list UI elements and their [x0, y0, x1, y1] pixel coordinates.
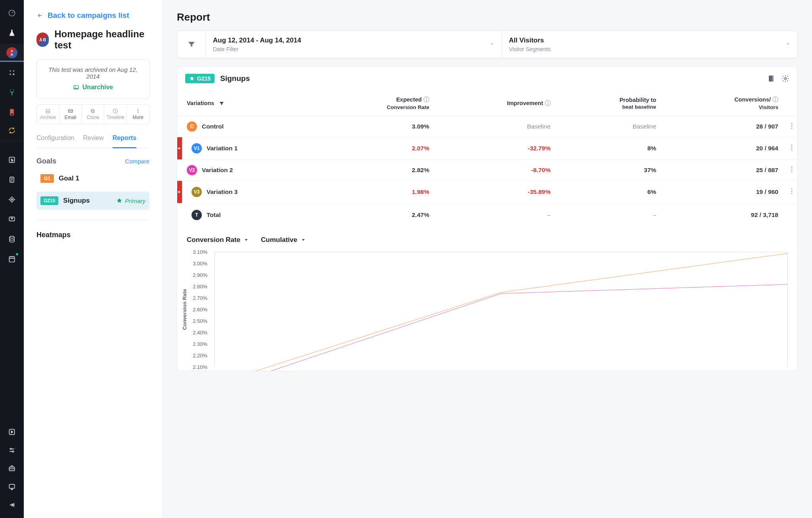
svg-point-1 [10, 70, 11, 72]
back-link-label: Back to campaigns list [48, 11, 129, 20]
notebook-button[interactable] [767, 75, 775, 82]
nav-targeting[interactable] [0, 190, 24, 209]
nav-play[interactable] [0, 423, 24, 441]
caret-down-icon [243, 237, 249, 243]
svg-point-2 [13, 70, 14, 72]
svg-rect-22 [92, 110, 94, 113]
svg-point-33 [791, 144, 792, 146]
y-tick: 2.30% [193, 341, 207, 347]
cell-probability: 6% [555, 181, 661, 203]
toolbar-more-label: More [132, 115, 143, 120]
device-out-icon [8, 483, 16, 491]
row-menu-button[interactable] [783, 116, 797, 137]
back-to-campaigns-link[interactable]: Back to campaigns list [36, 11, 149, 20]
chart-metric-select[interactable]: Conversion Rate [187, 236, 249, 244]
cell-rate: 2.47% [315, 203, 434, 227]
nav-settings-sliders[interactable] [0, 441, 24, 459]
cell-conversions: 28 / 907 [661, 116, 783, 137]
inbox-icon [44, 108, 52, 114]
apps-icon [8, 69, 16, 77]
tab-configuration[interactable]: Configuration [36, 134, 74, 148]
svg-point-37 [791, 169, 792, 170]
history-icon [112, 108, 119, 114]
row-menu-button[interactable] [783, 181, 797, 203]
split-icon [8, 88, 16, 96]
flask-icon [8, 29, 16, 37]
svg-rect-21 [68, 110, 73, 113]
row-menu-button[interactable] [783, 137, 797, 160]
row-menu-button[interactable] [783, 160, 797, 181]
nav-briefcase[interactable] [0, 459, 24, 478]
nav-calendar[interactable] [0, 250, 24, 268]
goal-item-g1[interactable]: G1 Goal 1 [36, 169, 149, 188]
star-icon [116, 198, 123, 204]
nav-apps[interactable] [0, 63, 24, 82]
archive-button[interactable]: Archive [37, 105, 59, 124]
nav-ab-tests[interactable]: AB [0, 44, 24, 62]
cell-improvement: Baseline [434, 116, 555, 137]
tab-review[interactable]: Review [83, 134, 103, 148]
goals-heading: Goals [36, 157, 56, 165]
dots-vertical-icon [791, 188, 793, 194]
variation-name: Variation 3 [207, 188, 237, 196]
y-tick: 2.90% [193, 272, 207, 278]
nav-collapse[interactable] [0, 496, 24, 514]
col-variations[interactable]: Variations [177, 90, 315, 116]
email-button[interactable]: Email [59, 105, 82, 124]
cell-probability: – [555, 203, 661, 227]
timeline-button[interactable]: Timeline [104, 105, 127, 124]
nav-surveys[interactable] [0, 171, 24, 189]
dots-vertical-icon [791, 166, 793, 173]
date-filter[interactable]: Aug 12, 2014 - Aug 14, 2014 Date Filter [206, 31, 502, 58]
panel-title: Signups [220, 74, 250, 83]
goal-item-g215[interactable]: G215 Signups Primary [36, 192, 149, 210]
chart-mode-select[interactable]: Cumulative [261, 236, 306, 244]
segment-filter-value: All Visitors [509, 36, 791, 44]
panel-settings-button[interactable] [781, 75, 789, 82]
nav-import[interactable] [0, 210, 24, 228]
svg-point-35 [791, 149, 792, 150]
sidebar: Back to campaigns list A B Homepage head… [24, 0, 163, 518]
goal-badge: G215 [40, 196, 58, 205]
monitor-up-icon [8, 215, 16, 223]
table-row: V3Variation 3 1.98% -35.89% 6% 19 / 960 [177, 181, 797, 203]
clone-button[interactable]: Clone [82, 105, 105, 124]
nav-dashboard[interactable] [0, 4, 24, 22]
nav-observations[interactable] [0, 151, 24, 169]
ab-icon: AB [6, 47, 17, 58]
arrow-left-icon [36, 13, 44, 18]
nav-mobile[interactable] [0, 103, 24, 121]
svg-point-4 [13, 73, 14, 75]
nav-hypotheses[interactable] [0, 24, 24, 42]
svg-point-20 [75, 86, 76, 87]
goal-chip: G215 [185, 74, 214, 83]
variation-name: Control [202, 123, 224, 130]
filter-indicator [177, 31, 206, 58]
nav-deploy[interactable] [0, 123, 24, 141]
svg-point-9 [10, 198, 14, 201]
dots-vertical-icon [791, 144, 793, 151]
nav-split[interactable] [0, 83, 24, 102]
segment-filter[interactable]: All Visitors Visitor Segments [502, 31, 798, 58]
goal-chip-label: G215 [197, 75, 211, 82]
svg-point-38 [791, 171, 792, 172]
cell-improvement: -32.79% [434, 137, 555, 160]
unarchive-button[interactable]: Unarchive [73, 84, 113, 91]
compare-link[interactable]: Compare [125, 158, 149, 165]
tab-reports[interactable]: Reports [113, 134, 136, 148]
y-tick: 2.10% [193, 364, 207, 370]
goal-name: Goal 1 [59, 175, 79, 182]
mail-icon [67, 108, 74, 114]
nav-export[interactable] [0, 478, 24, 496]
database-icon [8, 235, 16, 243]
svg-point-16 [12, 451, 13, 452]
goal-badge: G1 [40, 174, 54, 183]
cell-rate: 3.09% [315, 116, 434, 137]
more-button[interactable]: More [127, 105, 149, 124]
target-icon [8, 196, 16, 203]
funnel-icon [219, 101, 224, 106]
toolbar-timeline-label: Timeline [107, 115, 124, 120]
nav-data[interactable] [0, 230, 24, 248]
campaign-toolbar: Archive Email Clone Timeline More [36, 104, 149, 124]
clipboard-icon [8, 176, 16, 184]
